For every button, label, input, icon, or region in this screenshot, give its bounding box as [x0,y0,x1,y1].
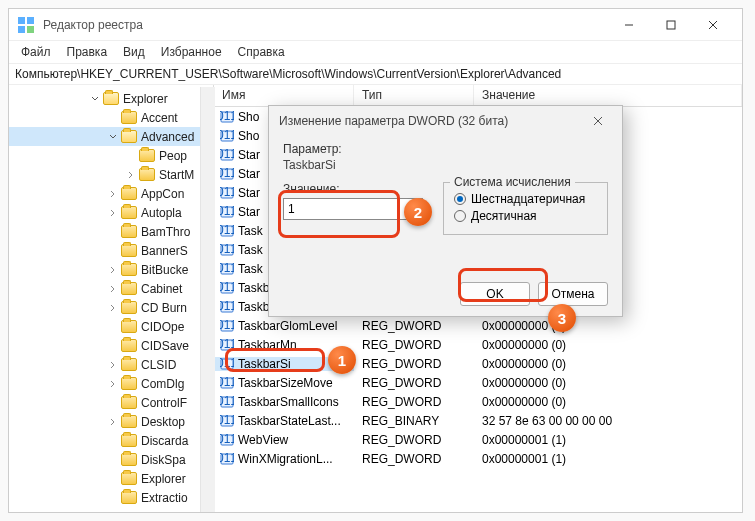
tree-item[interactable]: DiskSpa [9,450,213,469]
folder-icon [121,187,137,200]
tree-item[interactable]: Explorer [9,89,213,108]
list-row[interactable]: 011TaskbarMnREG_DWORD0x00000000 (0) [214,335,742,354]
tree-item[interactable]: Discarda [9,431,213,450]
folder-icon [121,320,137,333]
svg-text:011: 011 [220,319,234,332]
tree-item[interactable]: ControlF [9,393,213,412]
chevron-icon[interactable] [107,378,119,390]
chevron-icon[interactable] [107,435,119,447]
dialog-close-button[interactable] [584,110,612,132]
value-type: REG_DWORD [354,319,474,333]
menu-help[interactable]: Справка [230,43,293,61]
dword-icon: 011 [220,148,234,162]
tree-item[interactable]: BannerS [9,241,213,260]
chevron-icon[interactable] [107,454,119,466]
window-buttons [608,11,734,39]
tree-panel[interactable]: ExplorerAccentAdvancedPeopStartMAppConAu… [9,85,214,512]
chevron-icon[interactable] [107,226,119,238]
menu-view[interactable]: Вид [115,43,153,61]
tree-item[interactable]: BamThro [9,222,213,241]
cancel-button[interactable]: Отмена [538,282,608,306]
tree-label: AppCon [141,187,184,201]
address-bar[interactable]: Компьютер\HKEY_CURRENT_USER\Software\Mic… [9,63,742,85]
chevron-icon[interactable] [107,340,119,352]
close-button[interactable] [692,11,734,39]
chevron-icon[interactable] [107,188,119,200]
tree-label: Explorer [123,92,168,106]
chevron-icon[interactable] [107,302,119,314]
radio-dec-label: Десятичная [471,209,537,223]
chevron-icon[interactable] [107,397,119,409]
list-row[interactable]: 011WinXMigrationL...REG_DWORD0x00000001 … [214,449,742,468]
tree-item[interactable]: CLSID [9,355,213,374]
list-row[interactable]: 011TaskbarSmallIconsREG_DWORD0x00000000 … [214,392,742,411]
chevron-icon[interactable] [107,131,119,143]
tree-item[interactable]: Extractio [9,488,213,507]
radio-hex[interactable]: Шестнадцатеричная [454,192,597,206]
chevron-icon[interactable] [89,93,101,105]
chevron-icon[interactable] [125,150,137,162]
tree-label: CIDOpe [141,320,184,334]
radio-hex-label: Шестнадцатеричная [471,192,585,206]
chevron-icon[interactable] [107,473,119,485]
value-name: Sho [238,110,259,124]
col-type[interactable]: Тип [354,85,474,106]
value-name: Task [238,224,263,238]
menu-file[interactable]: Файл [13,43,59,61]
svg-text:011: 011 [220,186,234,199]
chevron-icon[interactable] [107,321,119,333]
tree-item[interactable]: AppCon [9,184,213,203]
tree-item[interactable]: Accent [9,108,213,127]
tree-label: Desktop [141,415,185,429]
tree-item[interactable]: CIDOpe [9,317,213,336]
value-data: 0x00000001 (1) [474,433,742,447]
value-data: 0x00000000 (0) [474,338,742,352]
svg-text:011: 011 [220,300,234,313]
dword-icon: 011 [220,338,234,352]
menu-edit[interactable]: Правка [59,43,116,61]
tree-item[interactable]: Explorer [9,469,213,488]
chevron-icon[interactable] [107,359,119,371]
chevron-icon[interactable] [107,492,119,504]
chevron-icon[interactable] [107,207,119,219]
tree-item[interactable]: Advanced [9,127,213,146]
list-row[interactable]: 011TaskbarStateLast...REG_BINARY32 57 8e… [214,411,742,430]
value-name: Star [238,205,260,219]
tree-item[interactable]: ComDlg [9,374,213,393]
list-row[interactable]: 011TaskbarGlomLevelREG_DWORD0x00000000 (… [214,316,742,335]
tree-item[interactable]: StartM [9,165,213,184]
chevron-icon[interactable] [107,416,119,428]
svg-text:011: 011 [220,205,234,218]
value-name: WinXMigrationL... [238,452,333,466]
tree-item[interactable]: CIDSave [9,336,213,355]
chevron-icon[interactable] [107,112,119,124]
menu-favorites[interactable]: Избранное [153,43,230,61]
chevron-icon[interactable] [107,264,119,276]
tree-item[interactable]: Cabinet [9,279,213,298]
tree-item[interactable]: BitBucke [9,260,213,279]
tree-item[interactable]: Autopla [9,203,213,222]
tree-item[interactable]: Desktop [9,412,213,431]
tree-scrollbar[interactable] [200,87,215,512]
maximize-button[interactable] [650,11,692,39]
tree-item[interactable]: Peop [9,146,213,165]
chevron-icon[interactable] [107,283,119,295]
tree-item[interactable]: CD Burn [9,298,213,317]
value-type: REG_DWORD [354,395,474,409]
svg-text:011: 011 [220,414,234,427]
list-row[interactable]: 011TaskbarSiREG_DWORD0x00000000 (0) [214,354,742,373]
col-data[interactable]: Значение [474,85,742,106]
chevron-icon[interactable] [125,169,137,181]
list-row[interactable]: 011TaskbarSizeMoveREG_DWORD0x00000000 (0… [214,373,742,392]
list-row[interactable]: 011WebViewREG_DWORD0x00000001 (1) [214,430,742,449]
dword-icon: 011 [220,414,234,428]
value-input[interactable] [283,198,423,220]
minimize-button[interactable] [608,11,650,39]
value-label: Значение: [283,182,423,196]
radio-dec[interactable]: Десятичная [454,209,597,223]
window-title: Редактор реестра [43,18,608,32]
col-name[interactable]: Имя [214,85,354,106]
chevron-icon[interactable] [107,245,119,257]
ok-button[interactable]: OK [460,282,530,306]
svg-rect-5 [667,21,675,29]
